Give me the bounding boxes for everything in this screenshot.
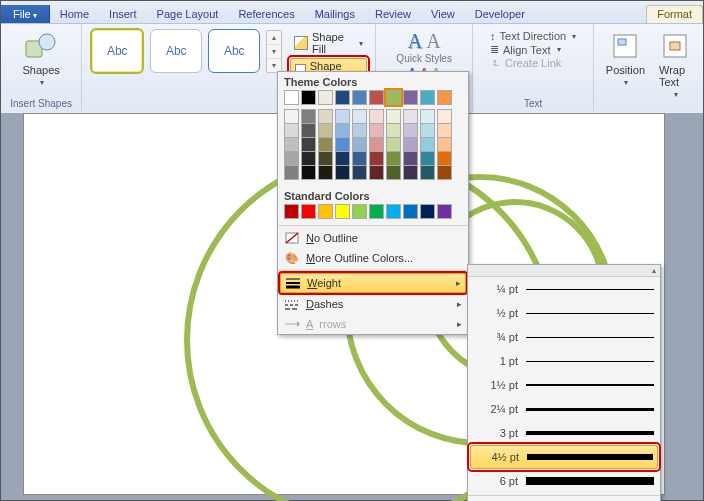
theme-shade-swatch[interactable] bbox=[437, 152, 452, 166]
theme-shade-swatch[interactable] bbox=[403, 109, 418, 124]
theme-shade-swatch[interactable] bbox=[301, 138, 316, 152]
theme-color-swatch[interactable] bbox=[301, 90, 316, 105]
theme-color-swatch[interactable] bbox=[386, 90, 401, 105]
theme-shade-swatch[interactable] bbox=[284, 166, 299, 180]
standard-color-swatch[interactable] bbox=[437, 204, 452, 219]
weight-option[interactable]: 2¼ pt bbox=[468, 397, 660, 421]
theme-shade-swatch[interactable] bbox=[386, 166, 401, 180]
theme-shade-swatch[interactable] bbox=[369, 124, 384, 138]
tab-format[interactable]: Format bbox=[646, 5, 703, 23]
theme-color-swatch[interactable] bbox=[403, 90, 418, 105]
theme-shade-swatch[interactable] bbox=[420, 152, 435, 166]
theme-shade-swatch[interactable] bbox=[301, 166, 316, 180]
tab-home[interactable]: Home bbox=[50, 5, 99, 23]
theme-shade-swatch[interactable] bbox=[437, 138, 452, 152]
style-preset-1[interactable]: Abc bbox=[90, 28, 144, 74]
theme-shade-swatch[interactable] bbox=[386, 124, 401, 138]
theme-shade-swatch[interactable] bbox=[420, 109, 435, 124]
theme-color-swatch[interactable] bbox=[437, 90, 452, 105]
theme-color-swatch[interactable] bbox=[352, 90, 367, 105]
standard-color-swatch[interactable] bbox=[335, 204, 350, 219]
dashes-item[interactable]: Dashes ▸ bbox=[278, 294, 468, 314]
theme-color-swatch[interactable] bbox=[284, 90, 299, 105]
theme-shade-swatch[interactable] bbox=[386, 138, 401, 152]
theme-shade-swatch[interactable] bbox=[420, 166, 435, 180]
weight-option[interactable]: 1½ pt bbox=[468, 373, 660, 397]
theme-shade-swatch[interactable] bbox=[301, 109, 316, 124]
tab-view[interactable]: View bbox=[421, 5, 465, 23]
weight-option[interactable]: 3 pt bbox=[468, 421, 660, 445]
tab-insert[interactable]: Insert bbox=[99, 5, 147, 23]
standard-color-swatch[interactable] bbox=[284, 204, 299, 219]
tab-review[interactable]: Review bbox=[365, 5, 421, 23]
wordart-small-icon[interactable]: A bbox=[426, 30, 440, 53]
theme-shade-swatch[interactable] bbox=[352, 138, 367, 152]
theme-shade-swatch[interactable] bbox=[318, 166, 333, 180]
theme-shade-swatch[interactable] bbox=[437, 166, 452, 180]
theme-shade-swatch[interactable] bbox=[369, 138, 384, 152]
theme-shade-swatch[interactable] bbox=[318, 138, 333, 152]
theme-shade-swatch[interactable] bbox=[437, 124, 452, 138]
theme-shade-swatch[interactable] bbox=[284, 152, 299, 166]
scroll-up[interactable]: ▴ bbox=[468, 265, 660, 277]
theme-shade-swatch[interactable] bbox=[335, 124, 350, 138]
theme-shade-swatch[interactable] bbox=[420, 138, 435, 152]
theme-shade-swatch[interactable] bbox=[318, 124, 333, 138]
theme-shade-swatch[interactable] bbox=[335, 138, 350, 152]
theme-shade-swatch[interactable] bbox=[386, 152, 401, 166]
theme-shade-swatch[interactable] bbox=[301, 124, 316, 138]
theme-color-swatch[interactable] bbox=[420, 90, 435, 105]
theme-shade-swatch[interactable] bbox=[403, 138, 418, 152]
theme-shade-swatch[interactable] bbox=[352, 152, 367, 166]
shape-fill-button[interactable]: Shape Fill▾ bbox=[290, 30, 367, 56]
tab-mailings[interactable]: Mailings bbox=[305, 5, 365, 23]
tab-page-layout[interactable]: Page Layout bbox=[147, 5, 229, 23]
style-preset-2[interactable]: Abc bbox=[150, 29, 202, 73]
text-direction-button[interactable]: ↕Text Direction▾ bbox=[490, 30, 576, 42]
theme-shade-swatch[interactable] bbox=[369, 152, 384, 166]
wrap-text-button[interactable]: Wrap Text▾ bbox=[655, 28, 695, 101]
wordart-a-icon[interactable]: A bbox=[408, 30, 422, 53]
position-button[interactable]: Position▾ bbox=[602, 28, 649, 101]
no-outline-item[interactable]: No Outline bbox=[278, 228, 468, 248]
theme-shade-swatch[interactable] bbox=[386, 109, 401, 124]
style-gallery[interactable]: Abc Abc Abc ▴▾▾ bbox=[90, 28, 282, 74]
theme-shade-swatch[interactable] bbox=[335, 152, 350, 166]
weight-option[interactable]: 4½ pt bbox=[470, 445, 658, 469]
weight-option[interactable]: ½ pt bbox=[468, 301, 660, 325]
more-colors-item[interactable]: 🎨 More Outline Colors... bbox=[278, 248, 468, 268]
theme-shade-swatch[interactable] bbox=[369, 109, 384, 124]
theme-shade-swatch[interactable] bbox=[335, 109, 350, 124]
theme-shade-swatch[interactable] bbox=[318, 109, 333, 124]
weight-option[interactable]: 6 pt bbox=[468, 469, 660, 493]
weight-option[interactable]: ¼ pt bbox=[468, 277, 660, 301]
theme-shade-swatch[interactable] bbox=[369, 166, 384, 180]
theme-color-swatch[interactable] bbox=[335, 90, 350, 105]
shapes-button[interactable]: Shapes ▾ bbox=[18, 28, 63, 89]
theme-color-swatch[interactable] bbox=[369, 90, 384, 105]
theme-shade-swatch[interactable] bbox=[352, 124, 367, 138]
align-text-button[interactable]: ≣Align Text▾ bbox=[490, 43, 576, 56]
style-preset-3[interactable]: Abc bbox=[208, 29, 260, 73]
tab-file[interactable]: File▾ bbox=[1, 5, 50, 23]
standard-color-swatch[interactable] bbox=[318, 204, 333, 219]
tab-references[interactable]: References bbox=[228, 5, 304, 23]
standard-color-swatch[interactable] bbox=[420, 204, 435, 219]
theme-shade-swatch[interactable] bbox=[284, 138, 299, 152]
standard-color-swatch[interactable] bbox=[301, 204, 316, 219]
theme-shade-swatch[interactable] bbox=[437, 109, 452, 124]
theme-shade-swatch[interactable] bbox=[352, 166, 367, 180]
theme-shade-swatch[interactable] bbox=[301, 152, 316, 166]
weight-option[interactable]: 1 pt bbox=[468, 349, 660, 373]
tab-developer[interactable]: Developer bbox=[465, 5, 535, 23]
theme-shade-swatch[interactable] bbox=[420, 124, 435, 138]
theme-shade-swatch[interactable] bbox=[284, 124, 299, 138]
standard-color-swatch[interactable] bbox=[352, 204, 367, 219]
standard-color-swatch[interactable] bbox=[386, 204, 401, 219]
theme-shade-swatch[interactable] bbox=[403, 166, 418, 180]
theme-shade-swatch[interactable] bbox=[352, 109, 367, 124]
weight-option[interactable]: ¾ pt bbox=[468, 325, 660, 349]
standard-color-swatch[interactable] bbox=[369, 204, 384, 219]
gallery-scroll[interactable]: ▴▾▾ bbox=[266, 30, 282, 73]
theme-shade-swatch[interactable] bbox=[403, 152, 418, 166]
